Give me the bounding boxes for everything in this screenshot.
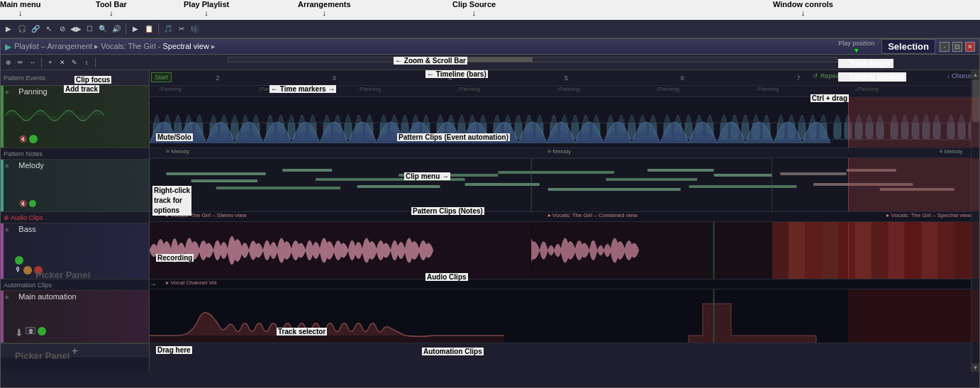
track-item-melody[interactable]: ≡ Melody 🔇 (1, 160, 149, 212)
melody-green-btn[interactable] (29, 200, 36, 207)
toolbar-sep-2 (158, 23, 159, 35)
track-bass-icon: ≡ (5, 226, 9, 233)
melody-ctrl-icon[interactable]: 🔇 (19, 200, 27, 207)
ann-mute-solo: Mute/Solo (156, 133, 193, 141)
track-automation-name: Main automation (18, 292, 76, 301)
pt-sep-1 (41, 57, 42, 67)
ann-add-track: Add track (64, 85, 99, 93)
svg-rect-13 (647, 169, 714, 172)
panning-lbl-6: ↓Panning (656, 86, 679, 92)
track-item-panning[interactable]: ≡ Panning 🔇 (1, 86, 149, 148)
headphones-icon[interactable]: 🎧 (16, 23, 28, 35)
mute-solo-icon[interactable]: 🔇 (19, 135, 27, 143)
ann-track-selector: Track selector (277, 328, 327, 336)
automation-trash-icon[interactable]: 🗑 (26, 327, 35, 334)
selection-overlay-3 (848, 222, 979, 279)
ann-vertical-position: ← Vertical position (838, 72, 980, 82)
svg-rect-21 (531, 158, 772, 211)
melody-lane-header: ≡ Melody ≡ Melody ≡ Melody (150, 148, 979, 158)
svg-rect-3 (191, 179, 258, 182)
automation-controls: ⬇ 🗑 (15, 327, 46, 338)
bass-green-btn[interactable] (15, 256, 23, 265)
zoom-scroll-bar[interactable] (228, 57, 837, 62)
scrub-icon[interactable]: ◀▶ (70, 23, 82, 35)
picker-panel: Pattern Events ≡ Panning 🔇 (1, 70, 150, 372)
ann-pattern-clips-notes: Pattern Clips (Notes) (411, 207, 484, 215)
volume-icon[interactable]: 🔊 (111, 23, 122, 35)
start-marker[interactable]: Start (151, 72, 172, 82)
track-panning-preview (5, 101, 111, 130)
zoom-icon[interactable]: 🔍 (97, 23, 108, 35)
track-automation-content: ≡ Main automation ⬇ 🗑 (5, 292, 145, 341)
svg-rect-10 (498, 171, 614, 174)
track-color-melody (1, 160, 4, 211)
right-annotation-area: ← Track height ← Vertical position (838, 59, 980, 82)
cursor-tool-icon[interactable]: ↖ (43, 23, 55, 35)
automation-clips-label: Automation Clips (4, 282, 52, 289)
clip-source-icon[interactable]: 🎵 (162, 23, 174, 35)
clip-pencil-icon[interactable]: ✏ (16, 57, 26, 67)
link-icon[interactable]: 🔗 (30, 23, 41, 35)
ann-toolbar: Tool BarTool Bar↓ (96, 0, 127, 17)
playlist-play-icon[interactable]: ▶ (130, 23, 141, 35)
playlist-window: ▶ Playlist – Arrangement ▸ Vocals: The G… (0, 38, 980, 388)
track-panning-icon: ≡ (5, 89, 9, 96)
track-delete-icon[interactable]: ✕ (57, 57, 67, 67)
svg-rect-29 (789, 222, 805, 279)
ann-ctrl-drag: Ctrl + drag (811, 94, 849, 102)
select-icon[interactable]: ☐ (84, 23, 95, 35)
audio-clip-lbl-2: ▸ Vocals: The Girl – Combined view (548, 212, 637, 218)
panning-green-btn[interactable] (29, 135, 38, 143)
minimize-button[interactable]: - (940, 42, 950, 52)
audio-clip-lbl-3: ▸ Vocals: The Girl – Spectral view (886, 212, 971, 218)
clip-move-icon[interactable]: ↔ (28, 57, 38, 67)
ann-pattern-clips-events: Pattern Clips (Event automation) (397, 133, 510, 141)
clip-focus-icon[interactable]: ⊕ (4, 57, 13, 67)
automation-header-divider: Automation Clips (1, 279, 149, 291)
time-marker-6: 6 (681, 74, 684, 82)
svg-rect-9 (465, 183, 540, 186)
track-panning-content: ≡ Panning 🔇 (5, 87, 145, 146)
scroll-down-arrow[interactable]: ▼ (971, 363, 979, 372)
ann-timeline-bars: ← Timeline (bars) (425, 70, 488, 78)
melody-header-divider: Pattern Notes (1, 148, 149, 160)
ann-drag-here: Drag here (156, 346, 192, 354)
melody-lbl-3: ≡ Melody (940, 148, 963, 155)
panning-lbl-8: ↓Panning (855, 86, 879, 92)
add-track-icon[interactable]: + (45, 57, 55, 67)
maximize-button[interactable]: ⊡ (952, 42, 962, 52)
pt-sep-2 (95, 57, 96, 67)
track-dup-icon[interactable]: ↕ (82, 57, 91, 67)
track-melody-controls: 🔇 (19, 200, 36, 207)
repeat-marker[interactable]: ↺ Repeat (813, 72, 841, 79)
ban-icon[interactable]: ⊘ (57, 23, 68, 35)
panning-lbl-4: ↓Panning (457, 86, 480, 92)
audio-lane-header: ▸ Vocals: The Girl – Stereo view ▸ Vocal… (150, 212, 979, 222)
play-icon[interactable]: ▶ (3, 23, 14, 35)
track-item-automation[interactable]: ≡ Main automation ⬇ 🗑 (1, 291, 149, 343)
panning-lbl-5: ↓Panning (556, 86, 579, 92)
bass-orange-btn[interactable] (23, 266, 32, 275)
time-marker-5: 5 (564, 74, 568, 82)
title-breadcrumb-2: Vocals: The Girl (101, 42, 155, 50)
lane-pattern-events (150, 97, 979, 148)
pattern-notes-label: Pattern Notes (4, 150, 43, 157)
automation-green-btn[interactable] (38, 327, 46, 336)
lane-automation-clips (150, 289, 979, 343)
close-button[interactable]: ✕ (965, 42, 975, 52)
main-toolbar: ▶ 🎧 🔗 ↖ ⊘ ◀▶ ☐ 🔍 🔊 ▶ 📋 🎵 ✂ 🎼 (0, 20, 980, 38)
track-rename-icon[interactable]: ✎ (69, 57, 79, 67)
rec-mic-icon[interactable]: 🎙 (15, 266, 21, 275)
track-color-bass (1, 223, 4, 279)
track-melody-icon: ≡ (5, 162, 9, 170)
clip-tool-1[interactable]: ✂ (176, 23, 187, 35)
titlebar-play-icon: ▶ (5, 42, 11, 52)
track-bass-name: Bass (18, 225, 35, 233)
arrangement-icon[interactable]: 📋 (143, 23, 155, 35)
ann-zoom-scroll: ← Zoom & Scroll Bar (394, 57, 467, 65)
ann-play-playlist: Play Playlist↓ (184, 0, 229, 17)
track-color-panning (1, 86, 4, 148)
time-marker-2: 2 (216, 74, 220, 82)
lane-pattern-notes (150, 158, 979, 212)
clip-tool-2[interactable]: 🎼 (189, 23, 201, 35)
